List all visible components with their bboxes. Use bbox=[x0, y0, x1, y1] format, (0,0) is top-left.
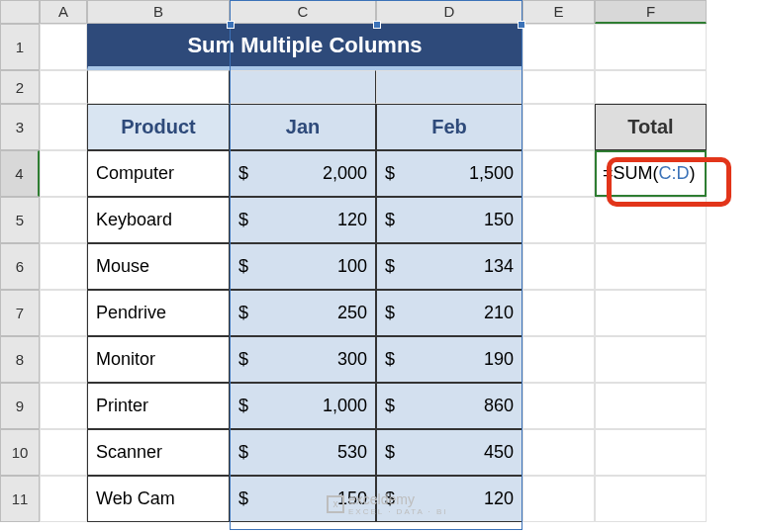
watermark: x exceldemy EXCEL · DATA · BI bbox=[327, 491, 448, 516]
cell-A1[interactable] bbox=[40, 24, 87, 70]
cell-F5[interactable] bbox=[595, 197, 707, 243]
cell-E6[interactable] bbox=[522, 243, 595, 290]
cell-F7[interactable] bbox=[595, 290, 707, 336]
cell-C8[interactable]: $300 bbox=[230, 336, 376, 383]
cell-C10[interactable]: $530 bbox=[230, 429, 376, 476]
cell-B8[interactable]: Monitor bbox=[87, 336, 230, 383]
cell-D7[interactable]: $210 bbox=[376, 290, 522, 336]
cell-B2[interactable] bbox=[87, 70, 230, 104]
cell-D2[interactable] bbox=[376, 70, 522, 104]
row-header-7[interactable]: 7 bbox=[0, 290, 40, 336]
cell-F8[interactable] bbox=[595, 336, 707, 383]
cell-E10[interactable] bbox=[522, 429, 595, 476]
select-all-corner[interactable] bbox=[0, 0, 40, 24]
watermark-icon: x bbox=[327, 495, 344, 513]
row-header-2[interactable]: 2 bbox=[0, 70, 40, 104]
cell-D9[interactable]: $860 bbox=[376, 383, 522, 429]
title-cell[interactable]: Sum Multiple Columns bbox=[87, 24, 522, 70]
header-total[interactable]: Total bbox=[595, 104, 707, 150]
col-header-F[interactable]: F bbox=[595, 0, 707, 24]
cell-C2[interactable] bbox=[230, 70, 376, 104]
cell-F2[interactable] bbox=[595, 70, 707, 104]
cell-C7[interactable]: $250 bbox=[230, 290, 376, 336]
cell-D5[interactable]: $150 bbox=[376, 197, 522, 243]
cell-E11[interactable] bbox=[522, 476, 595, 522]
cell-C9[interactable]: $1,000 bbox=[230, 383, 376, 429]
cell-E3[interactable] bbox=[522, 104, 595, 150]
cell-E7[interactable] bbox=[522, 290, 595, 336]
currency-symbol: $ bbox=[238, 163, 248, 184]
cell-E9[interactable] bbox=[522, 383, 595, 429]
cell-A10[interactable] bbox=[40, 429, 87, 476]
cell-C5[interactable]: $120 bbox=[230, 197, 376, 243]
row-header-1[interactable]: 1 bbox=[0, 24, 40, 70]
row-header-4[interactable]: 4 bbox=[0, 150, 40, 197]
row-header-9[interactable]: 9 bbox=[0, 383, 40, 429]
cell-B9[interactable]: Printer bbox=[87, 383, 230, 429]
cell-B4[interactable]: Computer bbox=[87, 150, 230, 197]
value: 2,000 bbox=[323, 163, 367, 184]
col-header-E[interactable]: E bbox=[522, 0, 595, 24]
cell-A2[interactable] bbox=[40, 70, 87, 104]
cell-E5[interactable] bbox=[522, 197, 595, 243]
row-header-3[interactable]: 3 bbox=[0, 104, 40, 150]
cell-F4-active[interactable]: =SUM(C:D) bbox=[595, 150, 707, 197]
spreadsheet-grid[interactable]: A B C D E F 1 Sum Multiple Columns 2 3 P… bbox=[0, 0, 759, 522]
header-feb[interactable]: Feb bbox=[376, 104, 522, 150]
cell-B10[interactable]: Scanner bbox=[87, 429, 230, 476]
cell-E4[interactable] bbox=[522, 150, 595, 197]
cell-D8[interactable]: $190 bbox=[376, 336, 522, 383]
cell-E2[interactable] bbox=[522, 70, 595, 104]
cell-B5[interactable]: Keyboard bbox=[87, 197, 230, 243]
col-header-B[interactable]: B bbox=[87, 0, 230, 24]
cell-F6[interactable] bbox=[595, 243, 707, 290]
cell-B7[interactable]: Pendrive bbox=[87, 290, 230, 336]
cell-A11[interactable] bbox=[40, 476, 87, 522]
row-header-6[interactable]: 6 bbox=[0, 243, 40, 290]
formula-text: =SUM(C:D) bbox=[603, 163, 696, 184]
header-product[interactable]: Product bbox=[87, 104, 230, 150]
col-header-D[interactable]: D bbox=[376, 0, 522, 24]
cell-B6[interactable]: Mouse bbox=[87, 243, 230, 290]
col-header-C[interactable]: C bbox=[230, 0, 376, 24]
cell-E8[interactable] bbox=[522, 336, 595, 383]
row-header-11[interactable]: 11 bbox=[0, 476, 40, 522]
cell-A9[interactable] bbox=[40, 383, 87, 429]
watermark-text: exceldemy bbox=[348, 491, 415, 507]
cell-A3[interactable] bbox=[40, 104, 87, 150]
cell-D6[interactable]: $134 bbox=[376, 243, 522, 290]
cell-A4[interactable] bbox=[40, 150, 87, 197]
cell-D4[interactable]: $1,500 bbox=[376, 150, 522, 197]
col-header-A[interactable]: A bbox=[40, 0, 87, 24]
row-header-8[interactable]: 8 bbox=[0, 336, 40, 383]
watermark-subtext: EXCEL · DATA · BI bbox=[348, 507, 448, 516]
cell-A6[interactable] bbox=[40, 243, 87, 290]
cell-D10[interactable]: $450 bbox=[376, 429, 522, 476]
row-header-5[interactable]: 5 bbox=[0, 197, 40, 243]
cell-F11[interactable] bbox=[595, 476, 707, 522]
cell-A5[interactable] bbox=[40, 197, 87, 243]
cell-A7[interactable] bbox=[40, 290, 87, 336]
cell-E1[interactable] bbox=[522, 24, 595, 70]
cell-C6[interactable]: $100 bbox=[230, 243, 376, 290]
cell-F1[interactable] bbox=[595, 24, 707, 70]
cell-A8[interactable] bbox=[40, 336, 87, 383]
cell-F9[interactable] bbox=[595, 383, 707, 429]
cell-C4[interactable]: $2,000 bbox=[230, 150, 376, 197]
row-header-10[interactable]: 10 bbox=[0, 429, 40, 476]
cell-B11[interactable]: Web Cam bbox=[87, 476, 230, 522]
currency-symbol: $ bbox=[385, 163, 395, 184]
header-jan[interactable]: Jan bbox=[230, 104, 376, 150]
cell-F10[interactable] bbox=[595, 429, 707, 476]
value: 1,500 bbox=[469, 163, 514, 184]
